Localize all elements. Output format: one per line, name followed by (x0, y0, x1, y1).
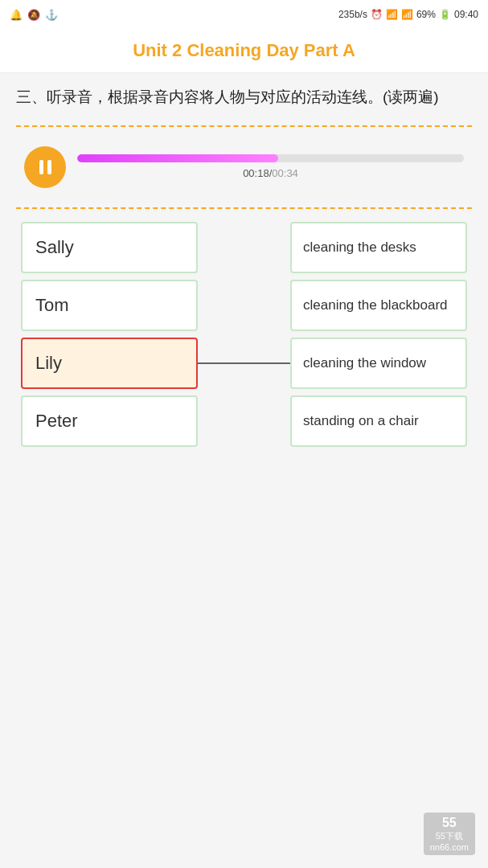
total-time: 00:34 (272, 167, 298, 179)
top-divider (16, 125, 472, 127)
name-card-sally[interactable]: Sally (21, 222, 198, 273)
battery-icon: 🔋 (439, 9, 451, 20)
notify-icon: 🔕 (27, 9, 40, 21)
battery-level: 69% (416, 9, 436, 20)
activities-column: cleaning the desks cleaning the blackboa… (290, 222, 467, 447)
pause-button[interactable] (24, 146, 66, 188)
current-time: 00:18 (243, 167, 269, 179)
bottom-divider (16, 207, 472, 209)
name-label-tom: Tom (35, 295, 69, 316)
activity-label-window: cleaning the window (303, 355, 426, 371)
name-label-peter: Peter (35, 411, 78, 432)
status-right-info: 235b/s ⏰ 📶 📶 69% 🔋 09:40 (338, 9, 478, 20)
page-header: Unit 2 Cleaning Day Part A (0, 29, 488, 73)
pause-bar-right (47, 160, 51, 174)
progress-bar-fill (77, 154, 278, 162)
names-column: Sally Tom Lily Peter (21, 222, 198, 447)
signal-icon: 📶 (401, 9, 413, 20)
activity-label-chair: standing on a chair (303, 413, 419, 429)
progress-container: 00:18 / 00:34 (77, 154, 464, 179)
instruction-text: 三、听录音，根据录音内容将人物与对应的活动连线。(读两遍) (16, 86, 472, 109)
name-label-lily: Lily (35, 353, 62, 374)
name-card-peter[interactable]: Peter (21, 395, 198, 447)
main-content: 三、听录音，根据录音内容将人物与对应的活动连线。(读两遍) 00:18 / 00… (0, 73, 488, 460)
name-card-lily[interactable]: Lily (21, 338, 198, 389)
alarm-icon: 🔔 (10, 9, 23, 21)
audio-player: 00:18 / 00:34 (16, 135, 472, 199)
watermark-text: 55下载 (436, 830, 463, 842)
name-label-sally: Sally (35, 237, 74, 258)
progress-bar-background[interactable] (77, 154, 464, 162)
wifi-icon: 📶 (386, 9, 398, 20)
activity-card-chair[interactable]: standing on a chair (290, 395, 467, 447)
activity-card-desks[interactable]: cleaning the desks (290, 222, 467, 273)
network-speed: 235b/s (338, 9, 367, 20)
clock-icon: ⏰ (371, 9, 383, 20)
anchor-icon: ⚓ (45, 9, 58, 21)
watermark: 55 55下载 nn66.com (424, 813, 475, 855)
status-bar: 🔔 🔕 ⚓ 235b/s ⏰ 📶 📶 69% 🔋 09:40 (0, 0, 488, 29)
status-left-icons: 🔔 🔕 ⚓ (10, 9, 58, 21)
watermark-number: 55 (442, 816, 457, 830)
time-display: 09:40 (454, 9, 478, 20)
activity-label-blackboard: cleaning the blackboard (303, 297, 448, 313)
activity-label-desks: cleaning the desks (303, 240, 416, 256)
time-labels: 00:18 / 00:34 (77, 167, 464, 179)
pause-bar-left (39, 160, 43, 174)
watermark-url: nn66.com (430, 842, 469, 852)
activity-card-blackboard[interactable]: cleaning the blackboard (290, 280, 467, 331)
page-title: Unit 2 Cleaning Day Part A (0, 40, 488, 61)
matching-area: Sally Tom Lily Peter cleaning the desks … (16, 222, 472, 447)
pause-icon (39, 160, 51, 174)
activity-card-window[interactable]: cleaning the window (290, 338, 467, 389)
name-card-tom[interactable]: Tom (21, 280, 198, 331)
